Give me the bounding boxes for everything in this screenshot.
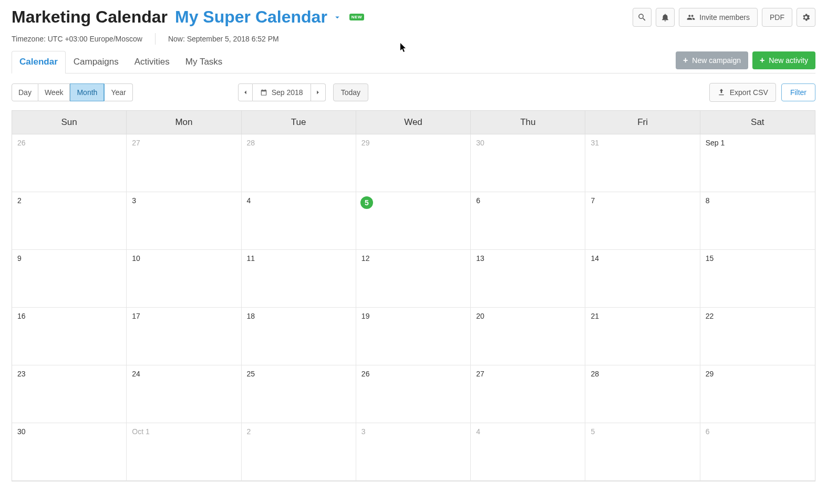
day-cell[interactable]: 17 <box>127 308 241 365</box>
timezone-label: Timezone: UTC +03:00 Europe/Moscow <box>12 35 142 43</box>
day-cell[interactable]: 2 <box>12 192 127 250</box>
day-cell[interactable]: Sep 1 <box>700 134 815 192</box>
day-cell[interactable]: 2 <box>242 423 356 481</box>
day-cell[interactable]: 3 <box>127 192 241 250</box>
calendar-selector[interactable]: My Super Calendar <box>175 7 342 27</box>
day-cell[interactable]: 24 <box>127 365 241 423</box>
settings-button[interactable] <box>797 8 815 27</box>
day-cell[interactable]: 4 <box>242 192 356 250</box>
plus-icon: + <box>683 56 688 65</box>
weekday-header: Wed <box>356 111 471 134</box>
day-cell[interactable]: 3 <box>356 423 471 481</box>
day-cell[interactable]: 31 <box>585 134 700 192</box>
new-badge: NEW <box>349 14 364 20</box>
gear-icon <box>801 13 811 22</box>
day-cell[interactable]: 26 <box>356 365 471 423</box>
day-cell[interactable]: 26 <box>12 134 127 192</box>
pdf-label: PDF <box>770 13 784 22</box>
day-cell[interactable]: 28 <box>242 134 356 192</box>
day-cell[interactable]: 5 <box>585 423 700 481</box>
invite-members-label: Invite members <box>699 13 750 22</box>
day-cell[interactable]: 18 <box>242 308 356 365</box>
day-cell[interactable]: 27 <box>127 134 241 192</box>
day-cell[interactable]: 20 <box>471 308 585 365</box>
day-cell[interactable]: 16 <box>12 308 127 365</box>
new-campaign-label: New campaign <box>692 56 741 65</box>
weekday-header: Tue <box>242 111 356 134</box>
day-cell[interactable]: 13 <box>471 250 585 308</box>
day-cell[interactable]: 11 <box>242 250 356 308</box>
new-activity-label: New activity <box>769 56 808 65</box>
today-marker: 5 <box>360 196 373 209</box>
plus-icon: + <box>760 56 764 65</box>
weekday-header: Mon <box>127 111 241 134</box>
month-picker-button[interactable]: Sep 2018 <box>253 83 311 101</box>
view-month-button[interactable]: Month <box>70 83 104 101</box>
day-cell[interactable]: Oct 1 <box>127 423 241 481</box>
day-cell[interactable]: 30 <box>12 423 127 481</box>
day-cell[interactable]: 6 <box>471 192 585 250</box>
day-cell[interactable]: 19 <box>356 308 471 365</box>
new-activity-button[interactable]: + New activity <box>752 51 815 69</box>
upload-icon <box>717 88 726 97</box>
tab-campaigns[interactable]: Campaigns <box>66 51 127 74</box>
chevron-left-icon <box>242 89 249 96</box>
day-cell[interactable]: 30 <box>471 134 585 192</box>
day-cell[interactable]: 7 <box>585 192 700 250</box>
day-cell[interactable]: 22 <box>700 308 815 365</box>
export-csv-label: Export CSV <box>730 88 768 97</box>
day-cell[interactable]: 27 <box>471 365 585 423</box>
app-title: Marketing Calendar <box>12 7 168 27</box>
chevron-right-icon <box>314 89 322 96</box>
chevron-down-icon <box>333 13 342 22</box>
tab-calendar[interactable]: Calendar <box>12 51 66 74</box>
day-cell[interactable]: 14 <box>585 250 700 308</box>
day-cell[interactable]: 10 <box>127 250 241 308</box>
day-cell[interactable]: 8 <box>700 192 815 250</box>
export-csv-button[interactable]: Export CSV <box>709 83 776 102</box>
today-button[interactable]: Today <box>333 83 368 101</box>
day-cell[interactable]: 12 <box>356 250 471 308</box>
invite-members-button[interactable]: Invite members <box>679 8 758 27</box>
view-year-button[interactable]: Year <box>104 83 132 101</box>
weekday-header: Fri <box>585 111 700 134</box>
calendar-name-label: My Super Calendar <box>175 7 327 27</box>
view-day-button[interactable]: Day <box>12 83 38 101</box>
filter-button[interactable]: Filter <box>781 83 815 101</box>
notifications-button[interactable] <box>656 8 675 27</box>
day-cell[interactable]: 29 <box>700 365 815 423</box>
tab-my-tasks[interactable]: My Tasks <box>178 51 231 74</box>
next-month-button[interactable] <box>311 83 326 101</box>
month-label: Sep 2018 <box>272 88 303 97</box>
day-cell[interactable]: 15 <box>700 250 815 308</box>
day-cell[interactable]: 9 <box>12 250 127 308</box>
weekday-header: Thu <box>471 111 585 134</box>
bell-icon <box>660 13 670 22</box>
day-cell[interactable]: 23 <box>12 365 127 423</box>
pdf-button[interactable]: PDF <box>762 8 792 27</box>
weekday-header: Sat <box>700 111 815 134</box>
view-week-button[interactable]: Week <box>38 83 70 101</box>
search-button[interactable] <box>633 8 652 27</box>
day-cell[interactable]: 28 <box>585 365 700 423</box>
calendar-icon <box>260 89 267 96</box>
prev-month-button[interactable] <box>238 83 253 101</box>
now-label: Now: September 5, 2018 6:52 PM <box>168 35 279 43</box>
calendar-grid: SunMonTueWedThuFriSat 262728293031Sep 12… <box>12 110 815 481</box>
people-icon <box>687 13 695 22</box>
day-cell[interactable]: 21 <box>585 308 700 365</box>
search-icon <box>637 13 647 22</box>
day-cell[interactable]: 29 <box>356 134 471 192</box>
day-cell[interactable]: 6 <box>700 423 815 481</box>
new-campaign-button[interactable]: + New campaign <box>676 51 748 69</box>
divider <box>155 33 156 45</box>
day-cell[interactable]: 5 <box>356 192 471 250</box>
day-cell[interactable]: 4 <box>471 423 585 481</box>
day-cell[interactable]: 25 <box>242 365 356 423</box>
tab-activities[interactable]: Activities <box>127 51 178 74</box>
weekday-header: Sun <box>12 111 127 134</box>
